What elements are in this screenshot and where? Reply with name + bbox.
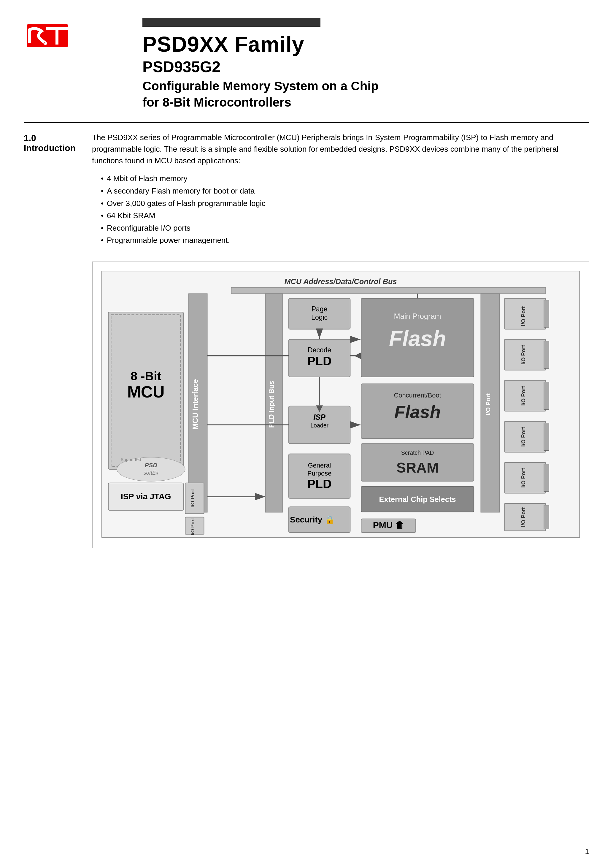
- svg-text:Purpose: Purpose: [307, 469, 331, 477]
- io-port-3: I/O Port: [520, 386, 526, 406]
- svg-rect-36: [544, 464, 549, 491]
- svg-rect-28: [544, 300, 549, 327]
- list-item: Programmable power management.: [101, 234, 589, 247]
- bus-label: MCU Address/Data/Control Bus: [284, 277, 397, 285]
- mcu-label: 8 -Bit: [130, 369, 161, 383]
- loader-label: Loader: [310, 422, 328, 429]
- sub-title: PSD935G2: [142, 58, 589, 76]
- decode-pld-label: PLD: [307, 354, 332, 368]
- top-bar-decoration: [142, 18, 320, 27]
- footer: 1: [24, 844, 589, 856]
- io-port-bar-label: I/O Port: [485, 393, 491, 415]
- list-item: Reconfigurable I/O ports: [101, 222, 589, 234]
- security-label: Security 🔒: [290, 515, 335, 524]
- gp-pld-label: PLD: [307, 477, 332, 491]
- intro-paragraph: The PSD9XX series of Programmable Microc…: [92, 132, 589, 167]
- main-flash-label: Flash: [389, 326, 446, 351]
- page-logic-label: Page: [311, 305, 328, 313]
- feature-list: 4 Mbit of Flash memory A secondary Flash…: [101, 172, 589, 247]
- main-title: PSD9XX Family: [142, 33, 589, 56]
- page-number: 1: [585, 847, 589, 856]
- block-diagram-container: MCU Address/Data/Control Bus 8 -Bit MCU …: [92, 262, 589, 548]
- io-port-5: I/O Port: [520, 468, 526, 487]
- isp-label: ISP: [313, 413, 325, 421]
- svg-rect-32: [544, 382, 549, 409]
- logo-area: [24, 18, 83, 52]
- scratch-pad-label: Scratch PAD: [401, 450, 434, 456]
- header: PSD9XX Family PSD935G2 Configurable Memo…: [24, 18, 589, 110]
- section-name: Introduction: [24, 143, 92, 153]
- io-port-left-1: I/O Port: [190, 489, 195, 508]
- list-item: 64 Kbit SRAM: [101, 209, 589, 222]
- io-port-left-2: I/O Port: [190, 518, 195, 535]
- supported-label: Supported: [121, 457, 141, 462]
- io-port-6: I/O Port: [520, 507, 526, 527]
- general-purpose-label: General: [308, 462, 331, 469]
- io-port-1: I/O Port: [520, 306, 526, 326]
- main-program-label: Main Program: [394, 312, 441, 320]
- svg-text:Logic: Logic: [311, 313, 328, 321]
- section-label: 1.0 Introduction: [24, 132, 92, 548]
- pld-input-bus-label: PLD Input Bus: [268, 381, 276, 428]
- block-diagram: MCU Address/Data/Control Bus 8 -Bit MCU …: [102, 271, 580, 538]
- header-divider: [24, 122, 589, 123]
- sram-label: SRAM: [396, 460, 438, 476]
- svg-rect-5: [231, 287, 546, 294]
- svg-rect-30: [544, 341, 549, 368]
- concurrent-flash-label: Flash: [394, 402, 441, 422]
- psd-logo: PSD: [145, 462, 158, 468]
- content-area: 1.0 Introduction The PSD9XX series of Pr…: [24, 132, 589, 548]
- isp-jtag-label: ISP via JTAG: [121, 492, 171, 501]
- mcu-label2: MCU: [127, 383, 165, 401]
- list-item: Over 3,000 gates of Flash programmable l…: [101, 197, 589, 210]
- description-title: Configurable Memory System on a Chipfor …: [142, 78, 589, 110]
- decode-label: Decode: [308, 346, 331, 354]
- io-port-4: I/O Port: [520, 427, 526, 446]
- title-area: PSD9XX Family PSD935G2 Configurable Memo…: [83, 18, 589, 110]
- st-logo: [24, 21, 71, 50]
- pmu-label: PMU 🗑: [373, 520, 404, 530]
- section-body: The PSD9XX series of Programmable Microc…: [92, 132, 589, 548]
- softex-label: softEx: [143, 470, 159, 476]
- ext-chip-selects-label: External Chip Selects: [379, 495, 456, 504]
- list-item: 4 Mbit of Flash memory: [101, 172, 589, 185]
- concurrent-boot-label: Concurrent/Boot: [394, 392, 441, 399]
- section-number: 1.0: [24, 133, 92, 143]
- svg-rect-38: [544, 505, 549, 529]
- svg-rect-34: [544, 423, 549, 450]
- io-port-2: I/O Port: [520, 345, 526, 364]
- mcu-interface-label: MCU Interface: [191, 379, 200, 429]
- list-item: A secondary Flash memory for boot or dat…: [101, 185, 589, 197]
